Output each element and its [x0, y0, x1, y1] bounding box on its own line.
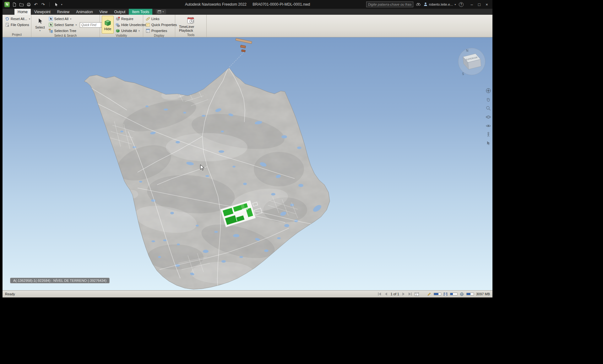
pan-icon[interactable] — [485, 96, 492, 103]
last-sheet-icon[interactable] — [408, 292, 412, 296]
ribbon-empty-area — [207, 15, 492, 37]
properties-button[interactable]: Properties — [145, 28, 177, 34]
unhide-all-caret-icon: ▼ — [138, 30, 140, 32]
pencil-activity-gauge — [434, 293, 441, 295]
previous-sheet-icon[interactable] — [384, 292, 388, 296]
user-caret-icon: ▼ — [454, 3, 456, 6]
links-icon — [146, 17, 150, 21]
binoculars-search-icon[interactable] — [416, 2, 421, 7]
quick-properties-icon — [146, 23, 150, 27]
app-icon[interactable]: N — [4, 2, 10, 7]
timeliner-playback-button[interactable]: TimeLiner Playback — [177, 16, 204, 33]
selection-tooltip: A(-1362958)-1(-922684) : NÍVEL DE TERREN… — [10, 278, 110, 283]
terrain-model[interactable] — [78, 62, 339, 290]
application-window: N ↶ ↷ ▼ Autodesk Navisworks Freedom 2022… — [3, 0, 492, 297]
floating-objects[interactable] — [229, 38, 252, 67]
unhide-all-icon — [116, 29, 120, 33]
web-server-gauge — [466, 293, 474, 295]
open-file-icon[interactable] — [12, 2, 17, 7]
scene-3d: N S SUPERIOR — [3, 37, 492, 290]
require-button[interactable]: Require — [115, 16, 147, 22]
ribbon-group-display: Links Quick Properties — [143, 15, 175, 37]
timeliner-icon — [187, 16, 195, 24]
zoom-icon[interactable] — [485, 105, 492, 111]
hide-cube-icon — [104, 19, 112, 27]
properties-icon — [146, 29, 150, 33]
ribbon-group-tools: TimeLiner Playback Tools — [175, 15, 207, 37]
reset-all-button[interactable]: Reset All... ▼ — [4, 16, 31, 22]
ribbon-group-visibility: Hide Require — [100, 15, 143, 37]
minimize-icon[interactable]: – — [468, 1, 475, 8]
select-tool-icon[interactable] — [53, 2, 58, 7]
tab-view[interactable]: View — [96, 9, 111, 15]
user-icon — [423, 2, 428, 7]
hide-unselected-button[interactable]: Hide Unselected — [115, 22, 147, 28]
select-cursor-icon — [36, 18, 44, 25]
viewcube-south-label: S — [462, 72, 464, 76]
disk-activity-gauge — [450, 293, 458, 295]
memory-usage: 3097 MB — [476, 292, 490, 296]
select-all-caret-icon: ▼ — [70, 18, 72, 20]
maximize-icon[interactable]: □ — [475, 1, 483, 8]
first-sheet-icon[interactable] — [377, 292, 382, 296]
tab-item-tools[interactable]: Item Tools — [129, 9, 152, 15]
unhide-all-button[interactable]: Unhide All ▼ — [115, 28, 147, 34]
reset-all-icon — [5, 17, 9, 21]
viewcube-north-label: N — [466, 49, 468, 52]
hide-unselected-icon — [116, 23, 120, 27]
open-folder-icon[interactable] — [19, 2, 24, 7]
quick-find-input[interactable] — [80, 22, 101, 28]
ribbon-group-select-search: Select ▼ Select All ▼ — [31, 15, 100, 37]
select-same-caret-icon: ▼ — [75, 24, 77, 26]
keyword-search-input[interactable] — [366, 2, 413, 7]
close-icon[interactable]: × — [483, 1, 491, 8]
viewcube[interactable]: N S SUPERIOR — [458, 48, 485, 76]
select-button[interactable]: Select ▼ — [33, 16, 47, 34]
ribbon-tab-bar: Home Viewpoint Review Animation View Out… — [3, 9, 492, 15]
file-options-button[interactable]: File Options — [4, 22, 31, 28]
help-icon[interactable]: ? — [459, 2, 464, 7]
tab-output[interactable]: Output — [111, 9, 128, 15]
navigation-wheel-icon[interactable] — [485, 88, 492, 94]
select-cursor-icon[interactable] — [485, 140, 492, 147]
quick-access-toolbar: ↶ ↷ ▼ — [12, 2, 63, 7]
redo-icon[interactable]: ↷ — [41, 2, 46, 7]
select-all-button[interactable]: Select All ▼ — [48, 16, 107, 22]
tab-animation[interactable]: Animation — [73, 9, 96, 15]
select-all-icon — [49, 17, 53, 21]
ribbon: Reset All... ▼ File Options Project — [3, 15, 492, 37]
disk-activity-icon — [443, 292, 448, 296]
file-options-icon — [5, 23, 9, 27]
tab-home[interactable]: Home — [14, 9, 31, 15]
navigation-bar — [485, 88, 492, 147]
select-caret-icon: ▼ — [39, 29, 41, 32]
web-server-icon — [460, 292, 464, 296]
ribbon-display-options-button[interactable]: ▼ — [156, 9, 166, 14]
print-icon[interactable] — [26, 2, 31, 7]
group-label-project: Project — [3, 33, 31, 37]
select-tool-caret-icon[interactable]: ▼ — [61, 3, 63, 6]
quick-properties-button[interactable]: Quick Properties — [145, 22, 177, 28]
document-title: BRA0701-0000-PI-MDL-0001.nwd — [253, 2, 310, 7]
viewport-3d[interactable]: N S SUPERIOR — [3, 37, 492, 290]
user-name: roberto.leite.e... — [429, 3, 453, 6]
reset-all-caret-icon: ▼ — [29, 18, 31, 20]
toolbar-separator — [49, 2, 50, 7]
status-ready-label: Ready — [5, 292, 15, 296]
tab-viewpoint[interactable]: Viewpoint — [31, 9, 54, 15]
look-around-icon[interactable] — [485, 123, 492, 129]
next-sheet-icon[interactable] — [401, 292, 406, 296]
links-button[interactable]: Links — [145, 16, 177, 22]
tab-review[interactable]: Review — [54, 9, 73, 15]
selection-tree-button[interactable]: Selection Tree — [48, 28, 107, 34]
select-same-icon — [49, 23, 53, 27]
user-account-button[interactable]: roberto.leite.e... ▼ — [423, 2, 456, 7]
sheet-browser-icon[interactable] — [415, 292, 419, 296]
walk-icon[interactable] — [485, 131, 492, 138]
select-same-button[interactable]: Select Same ▼ — [48, 22, 78, 28]
hide-button[interactable]: Hide — [102, 16, 114, 34]
undo-icon[interactable]: ↶ — [33, 2, 38, 7]
orbit-icon[interactable] — [485, 114, 492, 120]
title-bar: N ↶ ↷ ▼ Autodesk Navisworks Freedom 2022… — [3, 0, 492, 9]
status-bar: Ready 1 of 1 — [3, 290, 492, 297]
